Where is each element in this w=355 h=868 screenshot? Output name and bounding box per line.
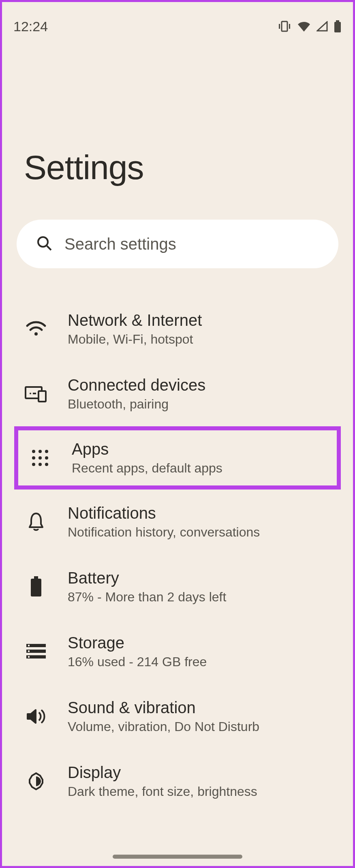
battery-icon — [334, 20, 342, 32]
svg-point-20 — [45, 463, 48, 466]
svg-rect-3 — [336, 20, 339, 22]
svg-rect-21 — [34, 576, 38, 579]
svg-point-17 — [45, 456, 48, 460]
wifi-icon — [24, 317, 48, 341]
settings-row-storage[interactable]: Storage 16% used - 214 GB free — [2, 619, 353, 684]
svg-point-14 — [45, 450, 48, 453]
svg-rect-22 — [31, 579, 41, 596]
bell-icon — [24, 510, 48, 534]
svg-point-18 — [32, 463, 35, 466]
svg-line-6 — [47, 246, 51, 250]
row-subtitle: 16% used - 214 GB free — [68, 654, 339, 669]
settings-row-sound[interactable]: Sound & vibration Volume, vibration, Do … — [2, 684, 353, 749]
search-bar[interactable] — [17, 220, 338, 268]
row-subtitle: Recent apps, default apps — [72, 461, 327, 476]
row-title: Sound & vibration — [68, 699, 339, 717]
cell-signal-icon — [317, 21, 328, 32]
svg-rect-9 — [38, 391, 46, 402]
vibrate-icon — [278, 21, 291, 32]
row-title: Notifications — [68, 504, 339, 522]
settings-row-apps[interactable]: Apps Recent apps, default apps — [14, 426, 341, 490]
svg-rect-4 — [334, 22, 341, 32]
svg-rect-26 — [28, 645, 30, 646]
svg-point-15 — [32, 456, 35, 460]
apps-icon — [28, 446, 52, 470]
row-subtitle: Dark theme, font size, brightness — [68, 784, 339, 799]
battery-icon — [24, 575, 48, 599]
settings-row-devices[interactable]: Connected devices Bluetooth, pairing — [2, 361, 353, 426]
settings-row-network[interactable]: Network & Internet Mobile, Wi-Fi, hotspo… — [2, 297, 353, 361]
svg-point-12 — [32, 450, 35, 453]
brightness-icon — [24, 769, 48, 793]
svg-point-16 — [38, 456, 42, 460]
search-input[interactable] — [64, 235, 319, 253]
svg-rect-27 — [28, 650, 30, 652]
svg-point-10 — [30, 393, 31, 394]
gesture-bar[interactable] — [113, 855, 242, 859]
row-subtitle: Volume, vibration, Do Not Disturb — [68, 719, 339, 734]
speaker-icon — [24, 704, 48, 729]
row-title: Storage — [68, 634, 339, 652]
status-time: 12:24 — [13, 19, 48, 34]
svg-rect-11 — [33, 393, 36, 394]
storage-icon — [24, 639, 48, 664]
svg-point-7 — [34, 332, 38, 336]
wifi-icon — [297, 21, 311, 32]
svg-rect-1 — [279, 24, 280, 29]
devices-icon — [24, 382, 48, 406]
settings-row-display[interactable]: Display Dark theme, font size, brightnes… — [2, 749, 353, 814]
row-title: Display — [68, 763, 339, 782]
row-title: Battery — [68, 569, 339, 587]
row-subtitle: 87% - More than 2 days left — [68, 590, 339, 605]
page-title: Settings — [2, 43, 353, 187]
svg-point-13 — [38, 450, 42, 453]
status-icons — [278, 20, 342, 32]
row-subtitle: Bluetooth, pairing — [68, 397, 339, 412]
svg-rect-0 — [282, 21, 287, 31]
status-bar: 12:24 — [2, 2, 353, 43]
settings-row-notifications[interactable]: Notifications Notification history, conv… — [2, 490, 353, 554]
settings-list: Network & Internet Mobile, Wi-Fi, hotspo… — [2, 280, 353, 814]
search-icon — [36, 235, 52, 253]
settings-row-battery[interactable]: Battery 87% - More than 2 days left — [2, 554, 353, 619]
svg-point-5 — [38, 237, 48, 247]
svg-point-19 — [38, 463, 42, 466]
row-subtitle: Notification history, conversations — [68, 525, 339, 540]
row-title: Apps — [72, 440, 327, 458]
svg-rect-28 — [28, 656, 30, 658]
row-subtitle: Mobile, Wi-Fi, hotspot — [68, 332, 339, 347]
row-title: Connected devices — [68, 376, 339, 394]
row-title: Network & Internet — [68, 311, 339, 329]
svg-rect-2 — [289, 24, 290, 29]
